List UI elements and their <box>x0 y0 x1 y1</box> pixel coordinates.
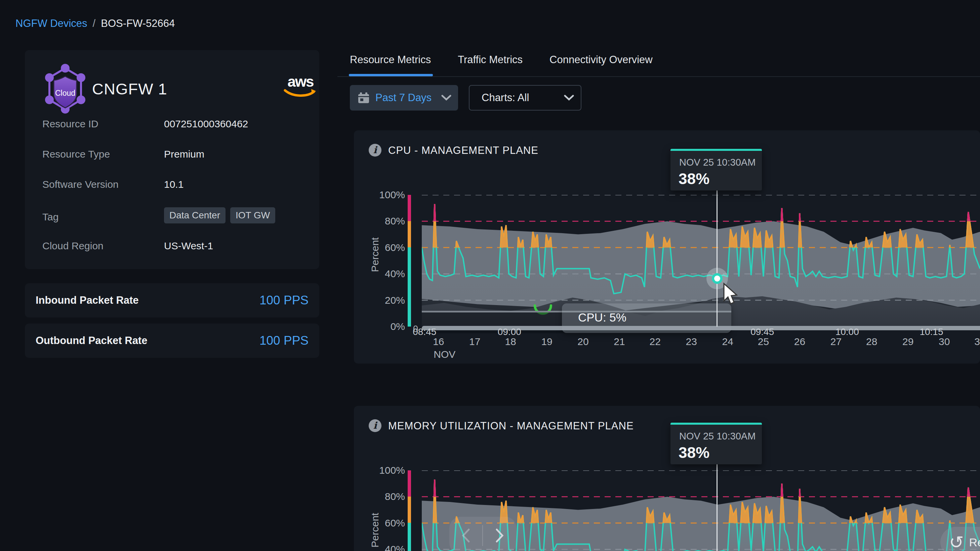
restart-button[interactable]: ↺ Restart <box>940 527 980 551</box>
detail-value: 007251000360462 <box>164 118 248 130</box>
hover-value-label: CPU: 5% <box>578 311 627 324</box>
y-axis-color-strip <box>408 470 411 551</box>
x-tick-label: 23 <box>686 336 697 348</box>
y-axis-color-strip <box>408 195 411 327</box>
detail-value: Premium <box>164 149 204 160</box>
y-tick-label: 40% <box>361 268 405 279</box>
rate-label: Outbound Packet Rate <box>36 335 147 347</box>
cpu-crosshair-line <box>716 189 718 327</box>
chevron-down-icon <box>564 95 574 101</box>
detail-label: Software Version <box>42 179 119 190</box>
memory-tooltip: NOV 25 10:30AM 38% <box>670 422 762 464</box>
x-tick-label: 22 <box>650 336 661 348</box>
tab-traffic-metrics[interactable]: Traffic Metrics <box>458 54 523 66</box>
x-tick-label: 16 <box>433 336 444 348</box>
chart-title: MEMORY UTILIZATION - MANAGEMENT PLANE <box>388 420 634 432</box>
tab-connectivity-overview[interactable]: Connectivity Overview <box>549 54 653 66</box>
charts-filter-dropdown[interactable]: Charts: All <box>469 85 581 111</box>
detail-label: Resource Type <box>42 149 110 160</box>
x-tick-label: 28 <box>866 336 877 348</box>
aws-logo: aws <box>280 75 321 100</box>
x-tick-label: 21 <box>614 336 625 348</box>
tab-divider <box>337 76 980 77</box>
detail-row: Cloud Region US-West-1 <box>25 240 319 254</box>
hover-point <box>714 275 720 281</box>
tag-chip: Data Center <box>164 207 226 224</box>
time-range-dropdown[interactable]: Past 7 Days <box>350 85 458 111</box>
x-tick-label: 19 <box>541 336 552 348</box>
time-range-value: Past 7 Days <box>375 92 431 104</box>
x-tick-label: 27 <box>830 336 842 348</box>
breadcrumb: NGFW Devices / BOS-FW-52664 <box>16 17 175 30</box>
inbound-packet-rate-card: Inbound Packet Rate 100 PPS <box>25 283 319 318</box>
active-tab-indicator <box>349 74 433 76</box>
detail-value: US-West-1 <box>164 240 213 252</box>
tooltip-time: NOV 25 10:30AM <box>679 157 756 168</box>
detail-label: Resource ID <box>42 118 99 130</box>
breadcrumb-link-ngfw-devices[interactable]: NGFW Devices <box>16 17 88 30</box>
x-tick-label: 25 <box>758 336 769 348</box>
detail-row: Software Version 10.1 <box>25 179 319 192</box>
mouse-cursor <box>721 282 741 306</box>
memory-chart-card: i MEMORY UTILIZATION - MANAGEMENT PLANE … <box>354 406 980 551</box>
tab-bar: Resource Metrics Traffic Metrics Connect… <box>350 54 653 66</box>
tooltip-value: 38% <box>679 170 710 188</box>
y-tick-label: 40% <box>361 544 405 551</box>
info-icon[interactable]: i <box>369 144 382 157</box>
x-tick-label: 31 <box>974 336 980 348</box>
memory-crosshair-line <box>716 463 718 551</box>
rate-value: 100 PPS <box>259 333 309 348</box>
y-tick-label: 60% <box>361 518 405 529</box>
charts-filter-value: Charts: All <box>482 92 529 104</box>
svg-text:Cloud: Cloud <box>55 89 75 97</box>
carousel-next-button[interactable] <box>483 517 516 551</box>
cpu-chart-card: i CPU - MANAGEMENT PLANE Percent 100%80%… <box>354 130 980 364</box>
x-tick-label: 17 <box>469 336 480 348</box>
carousel-prev-button[interactable] <box>449 517 482 551</box>
tooltip-value: 38% <box>679 443 710 462</box>
detail-row: Resource Type Premium <box>25 149 319 162</box>
rate-label: Inbound Packet Rate <box>36 294 139 306</box>
x-tick-label: 18 <box>505 336 516 348</box>
x-tick-label: 24 <box>722 336 733 348</box>
device-detail-page: NGFW Devices / BOS-FW-52664 Cloud CNGFW … <box>0 0 980 551</box>
y-tick-label: 60% <box>361 242 405 253</box>
x-tick-label: 20 <box>578 336 589 348</box>
x-tick-label: 30 <box>939 336 950 348</box>
tag-chip: IOT GW <box>230 207 275 224</box>
x-tick-label: 29 <box>902 336 913 348</box>
y-tick-label: 20% <box>361 295 405 306</box>
detail-row: Resource ID 007251000360462 <box>25 118 319 132</box>
info-icon[interactable]: i <box>369 419 382 432</box>
tooltip-time: NOV 25 10:30AM <box>679 431 756 442</box>
detail-label: Tag <box>42 211 59 223</box>
breadcrumb-separator: / <box>93 17 96 30</box>
cpu-tooltip: NOV 25 10:30AM 38% <box>670 149 762 191</box>
device-name: CNGFW 1 <box>92 79 167 98</box>
month-label: NOV <box>434 349 455 360</box>
y-tick-label: 80% <box>361 215 405 227</box>
restart-label: Restart <box>969 536 980 549</box>
chart-carousel <box>449 517 517 551</box>
chart-title: CPU - MANAGEMENT PLANE <box>388 144 538 157</box>
x-tick-label: 26 <box>794 336 805 348</box>
device-info-card: Cloud CNGFW 1 aws Resource ID 0072510003… <box>25 50 319 269</box>
tab-resource-metrics[interactable]: Resource Metrics <box>350 54 431 66</box>
breadcrumb-current: BOS-FW-52664 <box>101 17 175 30</box>
detail-row-tags: Tag Data CenterIOT GW <box>25 210 319 224</box>
detail-label: Cloud Region <box>42 240 103 252</box>
y-tick-label: 100% <box>361 465 405 476</box>
calendar-icon <box>357 91 370 104</box>
restart-icon: ↺ <box>949 534 964 551</box>
cloud-firewall-icon: Cloud <box>42 62 89 117</box>
y-tick-label: 0% <box>361 321 405 332</box>
y-tick-label: 80% <box>361 491 405 502</box>
y-tick-label: 100% <box>361 189 405 200</box>
rate-value: 100 PPS <box>259 293 309 307</box>
chevron-down-icon <box>441 95 451 101</box>
outbound-packet-rate-card: Outbound Packet Rate 100 PPS <box>25 324 319 358</box>
detail-value: 10.1 <box>164 179 183 190</box>
